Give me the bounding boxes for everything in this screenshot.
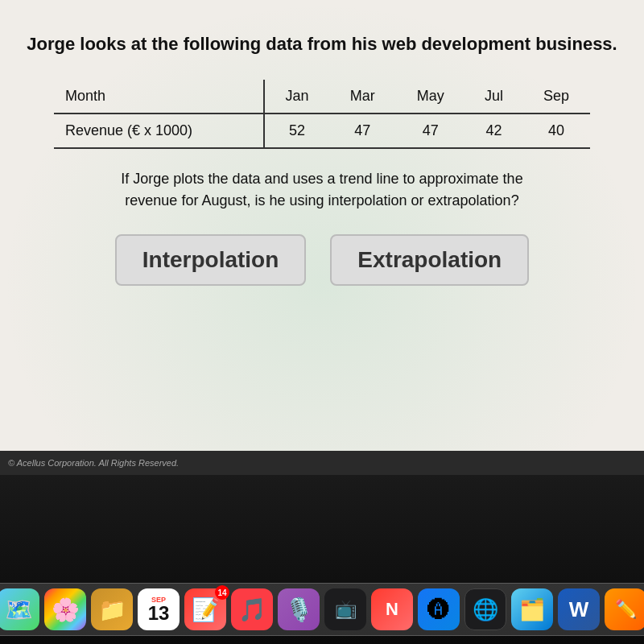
footer-bar: © Acellus Corporation. All Rights Reserv… bbox=[0, 451, 644, 475]
screen: Jorge looks at the following data from h… bbox=[0, 0, 644, 644]
col-may: May bbox=[395, 80, 465, 114]
data-table: Month Jan Mar May Jul Sep Revenue (€ x 1… bbox=[54, 80, 590, 149]
col-jul: Jul bbox=[465, 80, 522, 114]
table-row: Revenue (€ x 1000) 52 47 47 42 40 bbox=[54, 114, 590, 148]
dock-appstore-icon[interactable]: 🅐 bbox=[418, 588, 460, 630]
dock-folder-icon[interactable]: 📁 bbox=[91, 588, 133, 630]
copyright-text: © Acellus Corporation. All Rights Reserv… bbox=[8, 458, 179, 468]
dock-maps-icon[interactable]: 🗺️ bbox=[0, 588, 39, 630]
val-jul: 42 bbox=[465, 114, 522, 148]
dock-reminders-icon[interactable]: 📝 14 bbox=[184, 588, 226, 630]
val-mar: 47 bbox=[329, 114, 395, 148]
dock-area: 💬 3 🗺️ 🌸 📁 SEP 13 📝 1 bbox=[0, 475, 644, 644]
dock-word-icon[interactable]: W bbox=[558, 588, 600, 630]
dock: 💬 3 🗺️ 🌸 📁 SEP 13 📝 1 bbox=[0, 583, 644, 636]
answer-buttons: Interpolation Extrapolation bbox=[115, 234, 529, 286]
question-title: Jorge looks at the following data from h… bbox=[27, 32, 617, 57]
extrapolation-button[interactable]: Extrapolation bbox=[330, 234, 529, 286]
dock-podcasts-icon[interactable]: 🎙️ bbox=[278, 588, 320, 630]
row-label: Revenue (€ x 1000) bbox=[54, 114, 264, 148]
dock-news-icon[interactable]: N bbox=[371, 588, 413, 630]
dock-calendar-icon[interactable]: SEP 13 bbox=[138, 588, 180, 630]
question-body: If Jorge plots the data and uses a trend… bbox=[97, 168, 547, 212]
table-header-row: Month Jan Mar May Jul Sep bbox=[54, 80, 590, 114]
val-sep: 40 bbox=[522, 114, 590, 148]
col-sep: Sep bbox=[522, 80, 590, 114]
interpolation-button[interactable]: Interpolation bbox=[115, 234, 307, 286]
val-may: 47 bbox=[395, 114, 465, 148]
dock-photos-icon[interactable]: 🌸 bbox=[44, 588, 86, 630]
content-area: Jorge looks at the following data from h… bbox=[0, 0, 644, 475]
col-mar: Mar bbox=[329, 80, 395, 114]
reminders-badge: 14 bbox=[215, 585, 229, 600]
dock-finder-icon[interactable]: 🗂️ bbox=[511, 588, 553, 630]
col-jan: Jan bbox=[264, 80, 329, 114]
col-month: Month bbox=[54, 80, 264, 114]
calendar-day: 13 bbox=[148, 604, 170, 623]
dock-music-icon[interactable]: 🎵 bbox=[231, 588, 273, 630]
dock-appletv-icon[interactable]: 📺 bbox=[324, 588, 366, 630]
dock-pages-icon[interactable]: ✏️ bbox=[605, 588, 644, 630]
val-jan: 52 bbox=[264, 114, 329, 148]
dock-clock-icon[interactable]: 🌐 bbox=[464, 588, 506, 630]
